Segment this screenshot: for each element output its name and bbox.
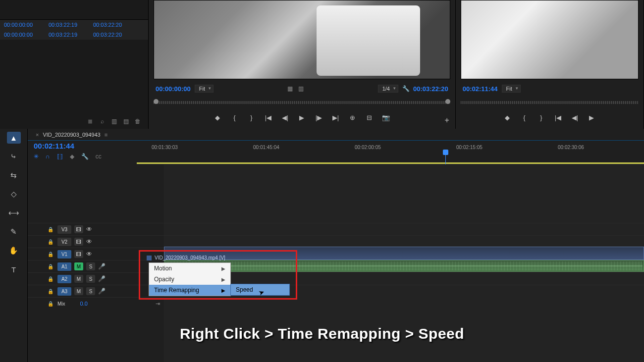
track-header-a1[interactable]: 🔒 A1 M S 🎤 [28,260,164,272]
lock-icon[interactable]: 🔒 [48,264,54,269]
program-fit-dropdown[interactable]: Fit [502,85,521,93]
mark-in-icon[interactable]: ◆ [214,114,221,121]
overwrite-icon[interactable]: ⊟ [365,114,373,121]
eye-icon[interactable]: 👁 [86,226,92,233]
go-in-icon[interactable]: |◀ [264,114,272,121]
mute-button[interactable]: M [74,275,83,283]
solo-button[interactable]: S [86,262,95,270]
trash-icon[interactable]: 🗑 [134,118,141,125]
lane-v3[interactable] [164,223,644,235]
mark-in-icon[interactable]: ◆ [503,114,511,121]
media-row[interactable]: 00:00:00:00 00:03:22:19 00:03:22:20 [0,20,148,30]
audio-clip[interactable] [164,260,644,272]
lock-icon[interactable]: 🔒 [48,276,54,282]
out-bracket-icon[interactable]: } [537,114,545,121]
lane-v2[interactable] [164,235,644,248]
sequence-tab[interactable]: × VID_20220903_094943 ≡ [28,129,644,141]
pen-tool-icon[interactable]: ✎ [7,226,21,238]
ripple-tool-icon[interactable]: ⇆ [7,169,21,181]
play-icon[interactable]: ▶ [588,114,595,121]
program-video[interactable] [461,0,639,79]
source-video[interactable] [154,0,450,79]
mic-icon[interactable]: 🎤 [98,288,106,295]
search-icon[interactable]: ⌕ [99,118,106,125]
solo-button[interactable]: S [86,287,95,295]
new-item-icon[interactable]: ▤ [122,118,129,125]
out-bracket-icon[interactable]: } [247,114,255,121]
mute-button[interactable]: M [74,287,83,295]
track-label[interactable]: A3 [57,287,71,296]
go-out-icon[interactable]: ▶| [331,114,339,121]
video-clip[interactable] [164,247,644,260]
track-label[interactable]: V3 [57,225,71,234]
track-label[interactable]: V2 [57,238,71,246]
track-label[interactable]: A2 [57,275,71,283]
razor-tool-icon[interactable]: ◇ [7,188,21,200]
step-back-icon[interactable]: ◀| [281,114,289,121]
lock-icon[interactable]: 🔒 [48,301,54,307]
ctx-opacity[interactable]: Opacity ▶ [149,274,230,285]
list-view-icon[interactable]: ≣ [87,118,94,125]
type-tool-icon[interactable]: T [7,263,21,275]
linked-sel-icon[interactable]: ⟦⟧ [57,153,63,160]
track-header-v2[interactable]: 🔒 V2 🎞 👁 [28,235,164,248]
tab-menu-icon[interactable]: ≡ [105,132,107,138]
wrench-icon[interactable]: 🔧 [402,85,409,92]
mute-button[interactable]: M [74,262,83,270]
solo-button[interactable]: S [86,275,95,283]
go-in-icon[interactable]: |◀ [554,114,562,121]
source-tc-in[interactable]: 00:00:00:00 [156,85,191,93]
snap-icon[interactable]: ✳ [34,153,39,160]
track-header-a3[interactable]: 🔒 A3 M S 🎤 [28,285,164,297]
program-tc[interactable]: 00:02:11:44 [463,85,498,93]
time-ruler[interactable]: 00:01:30:03 00:01:45:04 00:02:00:05 00:0… [137,141,644,164]
lock-icon[interactable]: 🔒 [48,227,54,232]
source-scrubber[interactable] [154,97,450,109]
cc-icon[interactable]: cc [96,153,102,160]
hand-tool-icon[interactable]: ✋ [7,245,21,257]
slip-tool-icon[interactable]: ⟷ [7,207,21,219]
track-header-v1[interactable]: 🔒 V1 🎞 👁 [28,248,164,260]
track-select-tool-icon[interactable]: ⤷ [7,151,21,162]
source-fit-dropdown[interactable]: Fit [195,85,214,93]
magnet-icon[interactable]: ∩ [46,153,50,160]
media-row[interactable]: 00:00:00:00 00:03:22:19 00:03:22:20 [0,30,148,40]
context-menu[interactable]: Motion ▶ Opacity ▶ Time Remapping ▶ [149,262,231,296]
source-scale-dropdown[interactable]: 1/4 [378,85,398,93]
track-header-a2[interactable]: 🔒 A2 M S 🎤 [28,272,164,285]
toggle-output-icon[interactable]: 🎞 [74,250,83,258]
playhead-timecode[interactable]: 00:02:11:44 [34,142,131,150]
play-icon[interactable]: ▶ [298,114,306,121]
lock-icon[interactable]: 🔒 [48,289,54,294]
toggle-output-icon[interactable]: 🎞 [74,225,83,233]
marker-icon[interactable]: ◆ [70,153,74,160]
new-bin-icon[interactable]: ▥ [110,118,117,125]
toggle-output-icon[interactable]: 🎞 [74,238,83,246]
in-bracket-icon[interactable]: { [520,114,528,121]
insert-icon[interactable]: ⊕ [348,114,356,121]
jump-icon[interactable]: ⇥ [156,301,160,307]
mic-icon[interactable]: 🎤 [98,275,106,282]
ctx-submenu-speed[interactable]: Speed [230,284,290,296]
selection-tool-icon[interactable]: ▲ [7,132,21,144]
ctx-time-remapping[interactable]: Time Remapping ▶ [149,285,230,296]
mic-icon[interactable]: 🎤 [98,263,106,270]
media-list[interactable]: 00:00:00:00 00:03:22:19 00:03:22:20 00:0… [0,20,148,40]
step-fwd-icon[interactable]: |▶ [315,114,322,121]
eye-icon[interactable]: 👁 [86,251,92,258]
close-tab-icon[interactable]: × [36,132,39,138]
ctx-motion[interactable]: Motion ▶ [149,263,230,274]
mix-value[interactable]: 0.0 [80,301,88,307]
program-scrubber[interactable] [461,97,639,109]
track-label[interactable]: V1 [57,250,71,259]
export-frame-icon[interactable]: 📷 [382,114,390,121]
wrench-icon[interactable]: 🔧 [81,153,89,160]
step-back-icon[interactable]: ◀| [571,114,579,121]
grid-icon[interactable]: ▥ [298,85,305,92]
lane-a2[interactable] [164,272,644,285]
source-tc-out[interactable]: 00:03:22:20 [413,85,448,93]
lock-icon[interactable]: 🔒 [48,252,54,257]
add-button-icon[interactable]: + [444,116,449,125]
lock-icon[interactable]: 🔒 [48,239,54,245]
playhead-icon[interactable] [443,150,448,155]
